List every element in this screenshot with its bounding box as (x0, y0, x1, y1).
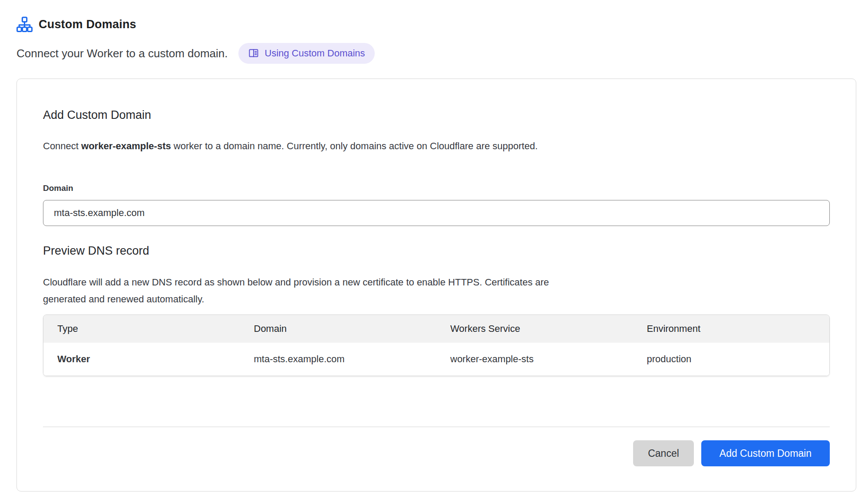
cancel-button[interactable]: Cancel (633, 440, 694, 466)
column-header-type: Type (43, 315, 240, 343)
preview-dns-description: Cloudflare will add a new DNS record as … (43, 274, 677, 308)
description-suffix: worker to a domain name. Currently, only… (171, 141, 538, 151)
page-title: Custom Domains (39, 18, 136, 31)
preview-desc-line2: generated and renewed automatically. (43, 291, 677, 308)
sitemap-icon (17, 16, 33, 33)
card-description: Connect worker-example-sts worker to a d… (43, 139, 830, 153)
table-header-row: Type Domain Workers Service Environment (43, 315, 829, 343)
column-header-workers-service: Workers Service (436, 315, 633, 343)
docs-link-using-custom-domains[interactable]: Using Custom Domains (238, 43, 375, 64)
docs-link-label: Using Custom Domains (265, 48, 365, 59)
table-row: Worker mta-sts.example.com worker-exampl… (43, 343, 829, 376)
cell-environment: production (633, 343, 830, 376)
page-subtitle: Connect your Worker to a custom domain. (17, 47, 228, 60)
cell-domain: mta-sts.example.com (240, 343, 437, 376)
add-custom-domain-card: Add Custom Domain Connect worker-example… (17, 79, 856, 491)
footer-divider (43, 426, 830, 427)
domain-field-label: Domain (43, 183, 830, 193)
column-header-environment: Environment (633, 315, 830, 343)
open-book-icon (248, 48, 259, 59)
domain-input[interactable] (43, 200, 830, 226)
column-header-domain: Domain (240, 315, 437, 343)
preview-desc-line1: Cloudflare will add a new DNS record as … (43, 274, 677, 291)
dns-preview-table: Type Domain Workers Service Environment … (43, 315, 830, 376)
cell-workers-service: worker-example-sts (436, 343, 633, 376)
description-prefix: Connect (43, 141, 81, 151)
footer-actions: Cancel Add Custom Domain (43, 440, 830, 466)
preview-dns-heading: Preview DNS record (43, 243, 830, 258)
page-subtitle-row: Connect your Worker to a custom domain. … (17, 43, 856, 64)
worker-name: worker-example-sts (81, 141, 171, 151)
cell-type: Worker (43, 343, 240, 376)
add-custom-domain-button[interactable]: Add Custom Domain (701, 440, 830, 466)
card-heading: Add Custom Domain (43, 108, 830, 122)
page-header: Custom Domains (17, 16, 856, 33)
custom-domains-page: Custom Domains Connect your Worker to a … (0, 0, 868, 491)
